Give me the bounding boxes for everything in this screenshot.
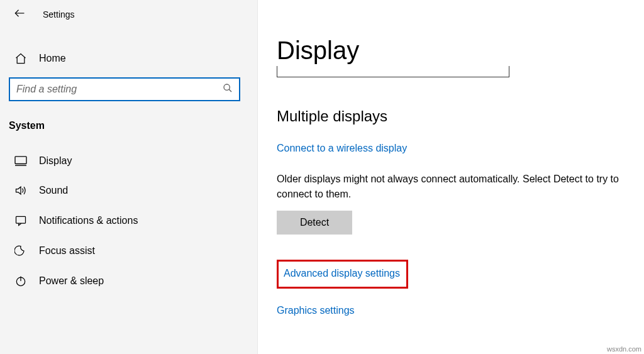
nav-item-power-sleep[interactable]: Power & sleep <box>0 266 257 296</box>
window-title: Settings <box>43 9 75 19</box>
search-placeholder: Find a setting <box>16 84 77 95</box>
nav-label: Focus assist <box>39 245 95 257</box>
watermark: wsxdn.com <box>607 345 641 353</box>
wireless-display-link[interactable]: Connect to a wireless display <box>277 143 407 154</box>
nav-label: Power & sleep <box>39 275 104 287</box>
svg-marker-5 <box>16 187 21 194</box>
title-underline <box>277 66 509 77</box>
search-container: Find a setting <box>0 71 257 101</box>
older-displays-text: Older displays might not always connect … <box>277 172 635 202</box>
focus-assist-icon <box>14 245 28 257</box>
content-area: Display Multiple displays Connect to a w… <box>258 0 644 354</box>
nav-list: Display Sound Notifications & actions <box>0 147 257 296</box>
display-icon <box>14 155 28 167</box>
svg-rect-3 <box>15 157 26 164</box>
sidebar: Settings Home Find a setting System <box>0 0 258 354</box>
home-icon <box>14 52 28 65</box>
home-label: Home <box>39 53 66 64</box>
power-icon <box>14 275 28 287</box>
back-button[interactable] <box>10 5 29 23</box>
nav-item-notifications[interactable]: Notifications & actions <box>0 206 257 236</box>
home-nav-item[interactable]: Home <box>0 46 257 71</box>
detect-button[interactable]: Detect <box>277 211 352 235</box>
section-title: Multiple displays <box>277 108 635 125</box>
category-title: System <box>0 101 257 138</box>
nav-label: Display <box>39 155 72 167</box>
search-icon <box>223 83 233 96</box>
advanced-display-highlight: Advanced display settings <box>277 260 408 289</box>
page-title: Display <box>277 36 635 65</box>
sound-icon <box>14 184 28 197</box>
nav-item-sound[interactable]: Sound <box>0 175 257 206</box>
title-bar: Settings <box>0 0 257 31</box>
nav-item-focus-assist[interactable]: Focus assist <box>0 236 257 266</box>
notifications-icon <box>14 214 28 227</box>
svg-rect-6 <box>16 216 26 223</box>
search-input[interactable]: Find a setting <box>9 77 240 101</box>
svg-point-1 <box>224 84 230 90</box>
advanced-display-link[interactable]: Advanced display settings <box>284 268 400 279</box>
graphics-settings-link[interactable]: Graphics settings <box>277 305 355 316</box>
nav-label: Sound <box>39 185 68 196</box>
nav-label: Notifications & actions <box>39 215 138 226</box>
svg-line-2 <box>229 89 231 92</box>
nav-item-display[interactable]: Display <box>0 147 257 175</box>
